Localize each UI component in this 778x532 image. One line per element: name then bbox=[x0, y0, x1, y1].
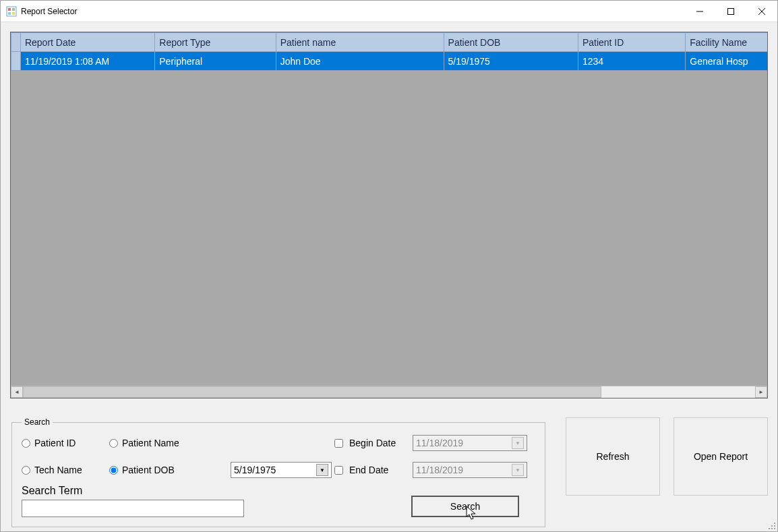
radio-patient-dob-label: Patient DOB bbox=[122, 465, 175, 475]
search-legend: Search bbox=[22, 417, 53, 427]
radio-patient-id[interactable]: Patient ID bbox=[22, 438, 109, 448]
search-term-input[interactable] bbox=[22, 500, 244, 517]
svg-point-9 bbox=[774, 523, 775, 524]
end-date-checkbox-input[interactable] bbox=[334, 466, 343, 475]
end-date-picker[interactable]: 11/18/2019 ▼ bbox=[413, 462, 527, 478]
client-area: Report Date Report Type Patient name Pat… bbox=[1, 22, 777, 531]
chevron-down-icon[interactable]: ▼ bbox=[316, 464, 328, 476]
chevron-down-icon[interactable]: ▼ bbox=[512, 437, 524, 449]
radio-patient-id-label: Patient ID bbox=[34, 438, 76, 448]
begin-date-checkbox-input[interactable] bbox=[334, 439, 343, 448]
app-window: Report Selector bbox=[0, 0, 778, 532]
radio-tech-name-label: Tech Name bbox=[34, 465, 82, 475]
search-button[interactable]: Search bbox=[411, 496, 519, 517]
svg-point-13 bbox=[771, 528, 773, 529]
row-selector[interactable] bbox=[11, 52, 21, 71]
col-patient-name[interactable]: Patient name bbox=[276, 33, 444, 52]
radio-patient-id-input[interactable] bbox=[22, 439, 30, 448]
radio-patient-dob-input[interactable] bbox=[109, 466, 118, 475]
resize-grip-icon[interactable] bbox=[767, 521, 776, 530]
chevron-down-icon[interactable]: ▼ bbox=[512, 464, 524, 476]
cell-patient-id[interactable]: 1234 bbox=[578, 52, 685, 71]
svg-rect-4 bbox=[12, 12, 15, 15]
radio-patient-name-label: Patient Name bbox=[122, 438, 179, 448]
begin-date-checkbox[interactable]: Begin Date bbox=[332, 437, 413, 450]
scroll-thumb[interactable] bbox=[23, 386, 601, 398]
scroll-track[interactable] bbox=[23, 386, 755, 398]
dob-combo[interactable]: 5/19/1975 ▼ bbox=[231, 462, 332, 478]
col-patient-id[interactable]: Patient ID bbox=[578, 33, 685, 52]
svg-point-11 bbox=[774, 525, 775, 527]
cell-patient-name[interactable]: John Doe bbox=[276, 52, 444, 71]
begin-date-value: 11/18/2019 bbox=[416, 438, 512, 448]
titlebar[interactable]: Report Selector bbox=[1, 1, 777, 22]
table-row[interactable]: 11/19/2019 1:08 AM Peripheral John Doe 5… bbox=[11, 52, 768, 71]
begin-date-label: Begin Date bbox=[349, 438, 396, 448]
svg-point-12 bbox=[769, 528, 770, 529]
open-report-button-label: Open Report bbox=[694, 451, 748, 462]
svg-point-10 bbox=[771, 525, 773, 527]
refresh-button[interactable]: Refresh bbox=[566, 417, 660, 496]
window-title: Report Selector bbox=[21, 7, 77, 16]
svg-rect-2 bbox=[12, 8, 15, 11]
dob-value: 5/19/1975 bbox=[234, 465, 316, 475]
scroll-left-arrow[interactable]: ◄ bbox=[11, 386, 23, 398]
maximize-button[interactable] bbox=[715, 1, 746, 22]
svg-point-14 bbox=[774, 528, 775, 529]
col-report-date[interactable]: Report Date bbox=[20, 33, 154, 52]
horizontal-scrollbar[interactable]: ◄ ► bbox=[11, 386, 767, 398]
col-patient-dob[interactable]: Patient DOB bbox=[444, 33, 578, 52]
refresh-button-label: Refresh bbox=[596, 451, 629, 462]
search-panel: Search Patient ID Patient Name Begin D bbox=[11, 417, 545, 527]
cell-report-date[interactable]: 11/19/2019 1:08 AM bbox=[20, 52, 154, 71]
col-facility-name[interactable]: Facility Name bbox=[686, 33, 767, 52]
radio-tech-name[interactable]: Tech Name bbox=[22, 465, 109, 475]
radio-patient-name[interactable]: Patient Name bbox=[109, 438, 231, 448]
scroll-right-arrow[interactable]: ► bbox=[755, 386, 767, 398]
report-grid[interactable]: Report Date Report Type Patient name Pat… bbox=[10, 32, 768, 398]
cell-report-type[interactable]: Peripheral bbox=[155, 52, 276, 71]
search-button-label: Search bbox=[450, 501, 480, 512]
svg-rect-6 bbox=[728, 8, 734, 14]
end-date-checkbox[interactable]: End Date bbox=[332, 464, 413, 477]
cell-facility-name[interactable]: General Hosp bbox=[686, 52, 767, 71]
close-button[interactable] bbox=[746, 1, 777, 22]
radio-patient-dob[interactable]: Patient DOB bbox=[109, 465, 231, 475]
cell-patient-dob[interactable]: 5/19/1975 bbox=[444, 52, 578, 71]
grid-header-row[interactable]: Report Date Report Type Patient name Pat… bbox=[11, 33, 768, 52]
minimize-button[interactable] bbox=[684, 1, 715, 22]
grid-corner[interactable] bbox=[11, 33, 21, 52]
begin-date-picker[interactable]: 11/18/2019 ▼ bbox=[413, 435, 527, 451]
app-icon bbox=[6, 6, 17, 17]
end-date-value: 11/18/2019 bbox=[416, 465, 512, 475]
open-report-button[interactable]: Open Report bbox=[674, 417, 768, 496]
svg-rect-1 bbox=[8, 8, 11, 11]
svg-rect-3 bbox=[8, 12, 11, 15]
end-date-label: End Date bbox=[349, 465, 388, 475]
col-report-type[interactable]: Report Type bbox=[155, 33, 276, 52]
radio-patient-name-input[interactable] bbox=[109, 439, 118, 448]
radio-tech-name-input[interactable] bbox=[22, 466, 30, 475]
